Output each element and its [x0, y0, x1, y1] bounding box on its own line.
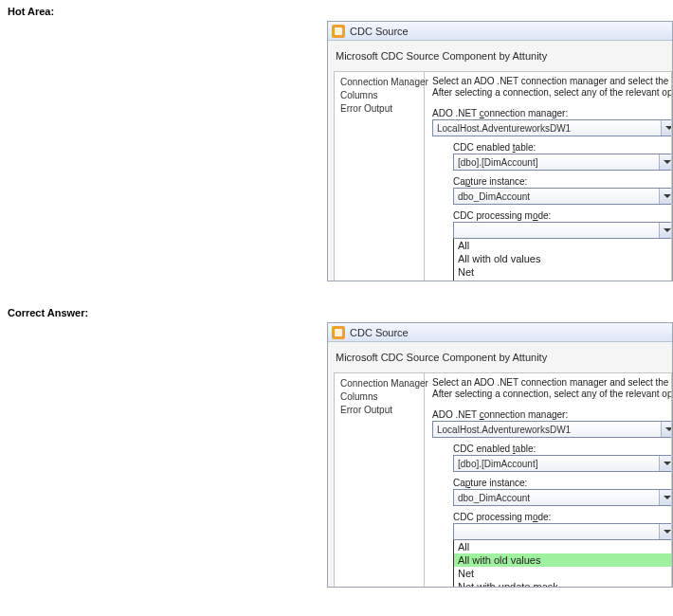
nav-columns[interactable]: Columns	[340, 89, 418, 102]
hot-area-label: Hot Area:	[8, 6, 54, 17]
chevron-down-icon[interactable]	[659, 154, 671, 170]
capture-instance-value: dbo_DimAccount	[458, 191, 530, 202]
chevron-down-icon[interactable]	[661, 120, 671, 136]
cdc-source-dialog-answer: CDC Source Microsoft CDC Source Componen…	[327, 322, 673, 588]
capture-instance-label: Capture instance:	[453, 478, 665, 488]
cdc-table-combo[interactable]: [dbo].[DimAccount]	[453, 455, 671, 472]
mode-option-all[interactable]: All	[454, 540, 671, 553]
cdc-table-value: [dbo].[DimAccount]	[458, 157, 537, 168]
cdc-source-dialog-hotarea: CDC Source Microsoft CDC Source Componen…	[327, 21, 673, 281]
mode-option-all[interactable]: All	[454, 239, 671, 252]
capture-instance-value: dbo_DimAccount	[458, 493, 530, 503]
mode-option-net-mask[interactable]: Net with update mask	[454, 279, 671, 281]
processing-mode-combo[interactable]	[453, 222, 671, 239]
chevron-down-icon[interactable]	[659, 223, 671, 238]
chevron-down-icon[interactable]	[661, 422, 671, 437]
mode-option-net[interactable]: Net	[454, 265, 671, 279]
instruction-text: Select an ADO .NET connection manager an…	[432, 377, 665, 400]
nav-error-output[interactable]: Error Output	[340, 404, 418, 417]
correct-answer-label: Correct Answer:	[8, 307, 88, 318]
chevron-down-icon[interactable]	[659, 490, 671, 505]
chevron-down-icon[interactable]	[659, 524, 671, 539]
conn-manager-combo[interactable]: LocalHost.AdventureworksDW1	[432, 119, 671, 136]
cdc-table-label: CDC enabled table:	[453, 142, 665, 153]
component-title: Microsoft CDC Source Component by Attuni…	[334, 48, 672, 71]
cdc-table-combo[interactable]: [dbo].[DimAccount]	[453, 154, 671, 171]
processing-mode-dropdown: All All with old values Net Net with upd…	[453, 539, 671, 588]
dialog-titlebar[interactable]: CDC Source	[328, 22, 672, 41]
conn-manager-value: LocalHost.AdventureworksDW1	[437, 425, 571, 435]
dialog-title: CDC Source	[350, 327, 409, 338]
conn-manager-label: ADO .NET connection manager:	[432, 108, 665, 118]
cdc-table-label: CDC enabled table:	[453, 444, 665, 454]
form-panel: Select an ADO .NET connection manager an…	[425, 72, 671, 281]
conn-manager-value: LocalHost.AdventureworksDW1	[437, 123, 571, 134]
mode-option-all-old[interactable]: All with old values	[454, 252, 671, 265]
main-area: Connection Manager Columns Error Output …	[334, 372, 672, 588]
nav-connection-manager[interactable]: Connection Manager	[340, 76, 418, 89]
component-title: Microsoft CDC Source Component by Attuni…	[334, 350, 672, 372]
nav-columns[interactable]: Columns	[340, 390, 418, 404]
dialog-body: Microsoft CDC Source Component by Attuni…	[328, 41, 672, 281]
app-icon	[332, 326, 345, 339]
chevron-down-icon[interactable]	[659, 189, 671, 204]
side-nav: Connection Manager Columns Error Output	[335, 72, 425, 281]
processing-mode-label: CDC processing mode:	[453, 512, 665, 522]
main-area: Connection Manager Columns Error Output …	[334, 71, 672, 281]
capture-instance-combo[interactable]: dbo_DimAccount	[453, 188, 671, 205]
processing-mode-label: CDC processing mode:	[453, 210, 665, 221]
nav-error-output[interactable]: Error Output	[340, 102, 418, 116]
dialog-titlebar[interactable]: CDC Source	[328, 323, 672, 342]
mode-option-net[interactable]: Net	[454, 567, 671, 580]
conn-manager-combo[interactable]: LocalHost.AdventureworksDW1	[432, 421, 671, 438]
capture-instance-combo[interactable]: dbo_DimAccount	[453, 489, 671, 506]
nav-connection-manager[interactable]: Connection Manager	[340, 377, 418, 390]
instruction-text: Select an ADO .NET connection manager an…	[432, 76, 665, 99]
capture-instance-label: Capture instance:	[453, 176, 665, 187]
form-panel: Select an ADO .NET connection manager an…	[425, 373, 671, 588]
app-icon	[332, 25, 345, 38]
cdc-table-value: [dbo].[DimAccount]	[458, 459, 537, 469]
processing-mode-dropdown: All All with old values Net Net with upd…	[453, 238, 671, 281]
mode-option-net-mask[interactable]: Net with update mask	[454, 580, 671, 588]
side-nav: Connection Manager Columns Error Output	[335, 373, 425, 588]
dialog-body: Microsoft CDC Source Component by Attuni…	[328, 342, 672, 588]
chevron-down-icon[interactable]	[659, 456, 671, 471]
mode-option-all-old[interactable]: All with old values	[454, 553, 671, 567]
conn-manager-label: ADO .NET connection manager:	[432, 409, 665, 420]
dialog-title: CDC Source	[350, 26, 409, 37]
processing-mode-combo[interactable]	[453, 523, 671, 540]
